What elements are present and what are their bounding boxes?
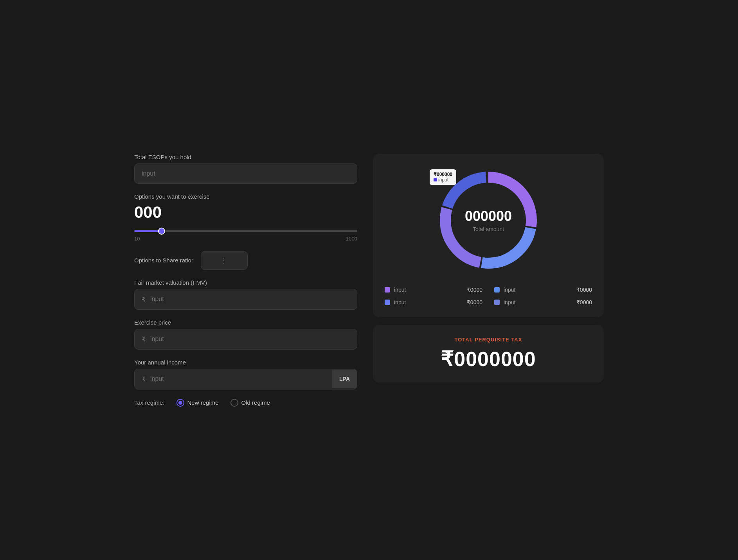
legend-name: input	[394, 299, 463, 305]
tax-regime-label: Tax regime:	[134, 399, 165, 406]
exercise-label: Exercise price	[134, 319, 357, 326]
legend-dot	[385, 300, 390, 305]
options-field-group: Options you want to exercise 000 10 1000	[134, 193, 357, 242]
slider-wrapper	[134, 226, 357, 233]
options-value: 000	[134, 203, 357, 222]
tooltip-amount: ₹000000	[434, 172, 452, 177]
legend-item: input ₹0000	[494, 299, 592, 305]
legend-item: input ₹0000	[385, 299, 482, 305]
ratio-dots: ⋮	[220, 256, 229, 265]
tooltip-label: input	[438, 177, 448, 183]
legend-name: input	[504, 287, 572, 293]
tax-card: TOTAL PERQUISITE TAX ₹0000000	[373, 325, 604, 382]
income-field-group: Your annual income ₹ LPA	[134, 359, 357, 389]
fmv-label: Fair market valuation (FMV)	[134, 279, 357, 286]
donut-value: 000000	[465, 208, 512, 224]
legend-item: input ₹0000	[385, 287, 482, 293]
income-input[interactable]	[147, 369, 332, 389]
income-currency-symbol: ₹	[135, 369, 147, 389]
donut-container: ₹000000 input	[434, 165, 543, 275]
right-panel: ₹000000 input	[373, 154, 604, 407]
donut-subtitle: Total amount	[465, 226, 512, 232]
old-regime-label: Old regime	[241, 399, 270, 406]
chart-card: ₹000000 input	[373, 154, 604, 317]
old-regime-radio[interactable]	[230, 399, 238, 407]
new-regime-radio[interactable]	[176, 399, 184, 407]
legend-value: ₹0000	[576, 287, 592, 293]
legend-value: ₹0000	[576, 299, 592, 305]
legend-grid: input ₹0000 input ₹0000 input ₹0000 inpu…	[385, 287, 592, 305]
exercise-field-group: Exercise price ₹	[134, 319, 357, 350]
new-regime-option[interactable]: New regime	[176, 399, 219, 407]
tooltip-dot	[434, 178, 437, 181]
options-slider[interactable]	[134, 230, 357, 232]
exercise-input-wrapper: ₹	[134, 329, 357, 350]
slider-labels: 10 1000	[134, 236, 357, 242]
esop-input[interactable]	[134, 163, 357, 184]
legend-dot	[494, 300, 500, 305]
exercise-currency-symbol: ₹	[135, 329, 147, 349]
income-input-wrapper: ₹ LPA	[134, 369, 357, 389]
fmv-input-wrapper: ₹	[134, 289, 357, 310]
options-label: Options you want to exercise	[134, 193, 357, 200]
exercise-input[interactable]	[147, 329, 357, 349]
donut-center: 000000 Total amount	[465, 208, 512, 232]
ratio-selector[interactable]: ⋮	[201, 251, 248, 270]
ratio-row: Options to Share ratio: ⋮	[134, 251, 357, 270]
legend-dot	[385, 287, 390, 293]
lpa-badge[interactable]: LPA	[332, 370, 357, 388]
old-regime-option[interactable]: Old regime	[230, 399, 270, 407]
left-panel: Total ESOPs you hold Options you want to…	[134, 154, 365, 407]
app-container: Total ESOPs you hold Options you want to…	[122, 142, 616, 418]
esop-field-group: Total ESOPs you hold	[134, 154, 357, 184]
ratio-label: Options to Share ratio:	[134, 257, 193, 264]
tooltip-label-row: input	[434, 177, 452, 183]
esop-label: Total ESOPs you hold	[134, 154, 357, 160]
slider-max: 1000	[346, 236, 357, 242]
legend-dot	[494, 287, 500, 293]
legend-value: ₹0000	[467, 299, 482, 305]
new-regime-label: New regime	[187, 399, 219, 406]
chart-tooltip: ₹000000 input	[430, 169, 456, 185]
slider-min: 10	[134, 236, 140, 242]
legend-item: input ₹0000	[494, 287, 592, 293]
legend-value: ₹0000	[467, 287, 482, 293]
tax-card-label: TOTAL PERQUISITE TAX	[455, 337, 522, 343]
fmv-currency-symbol: ₹	[135, 289, 147, 309]
tax-regime-row: Tax regime: New regime Old regime	[134, 399, 357, 407]
fmv-field-group: Fair market valuation (FMV) ₹	[134, 279, 357, 310]
legend-name: input	[394, 287, 463, 293]
income-label: Your annual income	[134, 359, 357, 366]
tax-card-value: ₹0000000	[441, 347, 536, 371]
fmv-input[interactable]	[147, 289, 357, 309]
legend-name: input	[504, 299, 572, 305]
